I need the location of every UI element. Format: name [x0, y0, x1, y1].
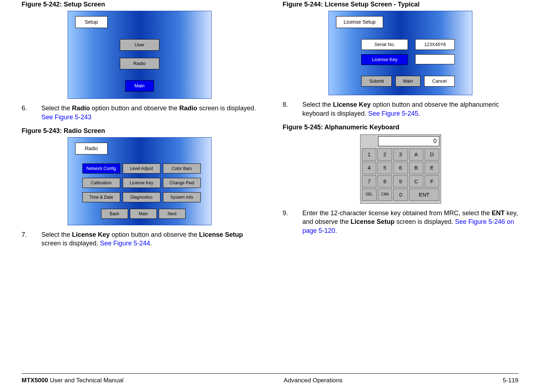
link-fig-245[interactable]: See Figure 5-245: [368, 110, 418, 117]
main-button[interactable]: Main: [125, 80, 154, 92]
key-7[interactable]: 7: [362, 175, 377, 188]
step-6: 6. Select the Radio option button and ob…: [22, 104, 258, 121]
step-9: 9. Enter the 12-character license key ob…: [283, 209, 519, 235]
key-0[interactable]: 0: [393, 189, 408, 201]
link-fig-243[interactable]: See Figure 5-243: [41, 114, 91, 121]
key-5[interactable]: 5: [377, 162, 392, 174]
fig-244-caption: Figure 5-244: License Setup Screen - Typ…: [283, 0, 519, 9]
step-8-num: 8.: [283, 100, 303, 118]
calibration-button[interactable]: Calibration: [82, 178, 120, 188]
setup-title: Setup: [75, 16, 108, 28]
cancel-button[interactable]: Cancel: [424, 76, 455, 87]
key-2[interactable]: 2: [377, 148, 392, 161]
change-pwd-button[interactable]: Change Pwd: [163, 178, 201, 188]
step-7-num: 7.: [22, 230, 41, 248]
key-8[interactable]: 8: [377, 175, 392, 188]
next-button[interactable]: Next: [159, 209, 186, 219]
color-bars-button[interactable]: Color Bars: [163, 163, 201, 174]
key-4[interactable]: 4: [362, 162, 377, 174]
key-F[interactable]: F: [425, 175, 439, 188]
step-7-text: Select the License Key option button and…: [41, 230, 258, 248]
level-adjust-button[interactable]: Level Adjust: [123, 163, 160, 174]
license-key-button[interactable]: License Key: [123, 178, 160, 188]
step-8-text: Select the License Key option button and…: [303, 100, 519, 118]
main-button[interactable]: Main: [395, 76, 421, 87]
network-config-button[interactable]: Network Config: [82, 163, 120, 174]
footer-center: Advanced Operations: [284, 377, 343, 385]
serial-no-value: 123X45Y6: [415, 39, 455, 50]
user-button[interactable]: User: [120, 39, 159, 51]
step-6-text: Select the Radio option button and obser…: [41, 104, 258, 121]
step-6-num: 6.: [22, 104, 41, 121]
key-9[interactable]: 9: [393, 175, 408, 188]
key-can[interactable]: CAN: [378, 189, 392, 201]
fig-245-caption: Figure 5-245: Alphanumeric Keyboard: [283, 123, 519, 132]
key-D[interactable]: D: [425, 148, 439, 161]
setup-screen-panel: Setup User Radio Main: [68, 11, 212, 99]
key-1[interactable]: 1: [362, 148, 377, 161]
license-setup-title: License Setup: [336, 16, 383, 28]
alphanumeric-keyboard: 0 1 2 3 A D 4 5 6 B E 7 8: [360, 134, 441, 204]
fig-243-caption: Figure 5-243: Radio Screen: [22, 126, 258, 135]
radio-button[interactable]: Radio: [120, 58, 159, 69]
fig-242-caption: Figure 5-242: Setup Screen: [22, 0, 258, 9]
key-del[interactable]: DEL: [362, 189, 377, 201]
key-3[interactable]: 3: [393, 148, 408, 161]
step-9-text: Enter the 12-character license key obtai…: [303, 209, 519, 235]
license-key-label[interactable]: License Key: [361, 54, 408, 65]
submit-button[interactable]: Submit: [361, 76, 392, 87]
key-ent[interactable]: ENT: [409, 189, 439, 201]
back-button[interactable]: Back: [101, 209, 128, 219]
footer-left: MTX5000 User and Technical Manual: [22, 377, 123, 385]
key-A[interactable]: A: [409, 148, 424, 161]
step-9-num: 9.: [283, 209, 303, 235]
key-B[interactable]: B: [409, 162, 424, 174]
system-info-button[interactable]: System Info: [163, 192, 201, 202]
key-C[interactable]: C: [409, 175, 424, 188]
diagnostics-button[interactable]: Diagnostics: [123, 192, 160, 202]
serial-no-label: Serial No.: [361, 39, 408, 50]
page-footer: MTX5000 User and Technical Manual Advanc…: [22, 373, 518, 385]
radio-screen-panel: Radio Network Config Level Adjust Color …: [68, 137, 212, 225]
link-fig-244[interactable]: See Figure 5-244: [100, 240, 150, 247]
license-key-value[interactable]: [415, 54, 455, 64]
step-8: 8. Select the License Key option button …: [283, 100, 519, 118]
radio-title: Radio: [75, 143, 108, 155]
keypad-display: 0: [378, 136, 439, 146]
key-E[interactable]: E: [425, 162, 439, 174]
step-7: 7. Select the License Key option button …: [22, 230, 258, 248]
main-button[interactable]: Main: [130, 209, 157, 219]
footer-right: 5-119: [503, 377, 518, 385]
license-setup-panel: License Setup Serial No. 123X45Y6 Licens…: [328, 11, 472, 95]
time-date-button[interactable]: Time & Date: [82, 192, 120, 202]
key-6[interactable]: 6: [393, 162, 408, 174]
